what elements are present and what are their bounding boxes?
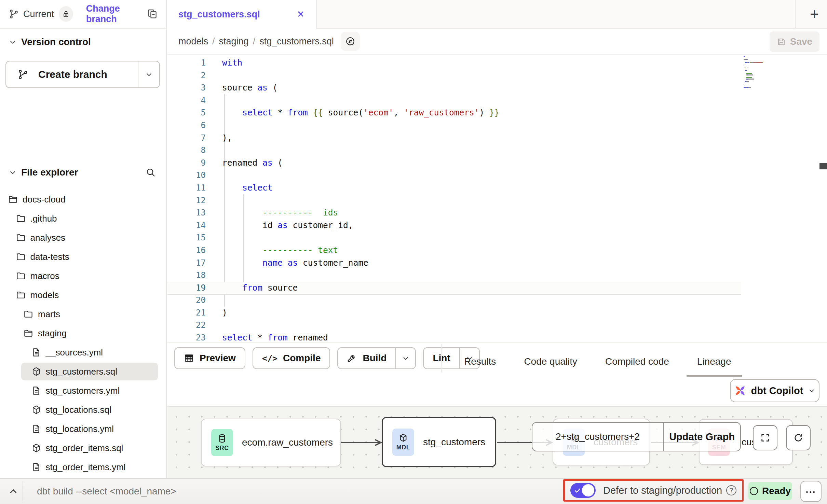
tab-results[interactable]: Results xyxy=(462,351,498,373)
compile-button-main[interactable]: </>Compile xyxy=(253,348,330,368)
code-line-18[interactable]: 18 xyxy=(167,269,827,282)
fullscreen-button[interactable] xyxy=(753,425,777,450)
code-line-13[interactable]: 13 ---------- ids xyxy=(167,207,827,219)
command-input[interactable]: dbt build --select <model_name> xyxy=(37,479,176,504)
tree-item-marts[interactable]: marts xyxy=(0,305,165,324)
copy-icon[interactable] xyxy=(147,9,158,19)
editor-header: models/staging/stg_customers.sql Save xyxy=(167,29,827,55)
tree-item--sources-yml[interactable]: __sources.yml xyxy=(0,343,165,362)
code-line-8[interactable]: 8 xyxy=(167,144,827,157)
build-button-main[interactable]: Build xyxy=(338,348,395,368)
tree-item-docs-cloud[interactable]: docs-cloud xyxy=(0,190,165,209)
tree-item-analyses[interactable]: analyses xyxy=(0,228,165,247)
code-line-11[interactable]: 11 select xyxy=(167,182,827,194)
preview-button[interactable]: Preview xyxy=(174,347,245,369)
tab-code-quality[interactable]: Code quality xyxy=(522,351,579,373)
ellipsis-icon: ... xyxy=(806,490,816,493)
code-line-5[interactable]: 5 select * from {{ source('ecom', 'raw_c… xyxy=(167,107,827,119)
code-line-3[interactable]: 3source as ( xyxy=(167,82,827,94)
compile-button[interactable]: </>Compile xyxy=(253,347,330,369)
more-options-button[interactable]: ... xyxy=(800,481,822,502)
search-icon[interactable] xyxy=(146,167,156,178)
tree-item-stg-locations-yml[interactable]: stg_locations.yml xyxy=(0,419,165,438)
tree-item--github[interactable]: .github xyxy=(0,209,165,228)
code-editor[interactable]: 1with23source as (45 select * from {{ so… xyxy=(167,55,827,342)
lineage-canvas[interactable]: SRC ecom.raw_customers MDL stg_customers… xyxy=(167,406,827,478)
open-in-lineage-button[interactable] xyxy=(341,32,360,51)
code-line-12[interactable]: 12 xyxy=(167,194,827,207)
code-line-10[interactable]: 10 xyxy=(167,169,827,182)
change-branch-link[interactable]: Change branch xyxy=(86,3,147,25)
tab-stg-customers-sql[interactable]: stg_customers.sql ✕ xyxy=(167,0,317,29)
create-branch-main[interactable]: Create branch xyxy=(6,61,138,87)
tree-item-stg-customers-sql[interactable]: stg_customers.sql xyxy=(0,362,165,381)
code-icon: </> xyxy=(262,353,277,363)
update-graph-button[interactable]: Update Graph xyxy=(664,423,740,451)
help-icon[interactable]: ? xyxy=(726,485,736,495)
tree-item-label: analyses xyxy=(30,233,66,243)
breadcrumb-part[interactable]: stg_customers.sql xyxy=(259,36,334,47)
code-text: ), xyxy=(206,132,232,144)
code-line-16[interactable]: 16 ---------- text xyxy=(167,244,827,257)
tree-item-macros[interactable]: macros xyxy=(0,266,165,285)
code-line-21[interactable]: 21) xyxy=(167,307,827,319)
file-explorer-header[interactable]: File explorer xyxy=(0,163,166,182)
lineage-node-stg-customers[interactable]: MDL stg_customers xyxy=(382,417,496,467)
close-tab-icon[interactable]: ✕ xyxy=(297,10,304,19)
code-line-6[interactable]: 6 xyxy=(167,119,827,132)
line-number: 7 xyxy=(167,132,206,144)
code-line-7[interactable]: 7), xyxy=(167,132,827,144)
create-branch-button[interactable]: Create branch xyxy=(5,61,160,88)
save-button[interactable]: Save xyxy=(770,31,819,52)
code-line-17[interactable]: 17 name as customer_name xyxy=(167,257,827,269)
editor-scrollbar-thumb[interactable] xyxy=(819,163,827,169)
folder-icon xyxy=(16,213,26,224)
code-line-22[interactable]: 22 xyxy=(167,319,827,332)
tree-item-data-tests[interactable]: data-tests xyxy=(0,247,165,266)
refresh-button[interactable] xyxy=(786,425,811,450)
create-branch-dropdown[interactable] xyxy=(138,61,159,87)
lineage-node-source[interactable]: SRC ecom.raw_customers xyxy=(201,419,341,466)
editor-minimap[interactable] xyxy=(744,56,784,89)
tree-item-staging[interactable]: staging xyxy=(0,324,165,343)
lint-button-main[interactable]: Lint xyxy=(424,348,459,368)
tree-item-label: macros xyxy=(30,271,59,281)
build-button[interactable]: Build xyxy=(337,347,416,369)
new-tab-button[interactable]: + xyxy=(802,0,827,28)
tree-item-stg-order-items-sql[interactable]: stg_order_items.sql xyxy=(0,438,165,458)
code-line-23[interactable]: 23select * from renamed xyxy=(167,332,827,342)
tree-item-stg-customers-yml[interactable]: stg_customers.yml xyxy=(0,381,165,400)
tab-lineage[interactable]: Lineage xyxy=(695,351,733,373)
code-line-14[interactable]: 14 id as customer_id, xyxy=(167,219,827,232)
code-line-4[interactable]: 4 xyxy=(167,94,827,107)
dbt-copilot-button[interactable]: dbt Copilot xyxy=(730,379,819,402)
preview-button-main[interactable]: Preview xyxy=(175,348,245,368)
code-line-20[interactable]: 20 xyxy=(167,294,827,307)
line-number: 23 xyxy=(167,332,206,342)
tree-item-stg-order-items-yml[interactable]: stg_order_items.yml xyxy=(0,458,165,477)
code-line-19[interactable]: 19 from source xyxy=(167,282,827,294)
status-label: Ready xyxy=(762,486,791,496)
folder-icon xyxy=(23,309,33,319)
folder-open-icon xyxy=(8,194,18,205)
code-line-1[interactable]: 1with xyxy=(167,57,827,69)
tree-item-models[interactable]: models xyxy=(0,285,165,305)
breadcrumb-part[interactable]: staging xyxy=(219,36,249,47)
status-bar: dbt build --select <model_name> Defer to… xyxy=(0,478,827,504)
tab-compiled-code[interactable]: Compiled code xyxy=(603,351,671,373)
code-text xyxy=(206,119,222,132)
bottom-panel-header: Preview</>CompileBuildLint ResultsCode q… xyxy=(167,342,827,406)
line-number: 17 xyxy=(167,257,206,269)
code-line-9[interactable]: 9renamed as ( xyxy=(167,157,827,169)
defer-toggle[interactable] xyxy=(570,483,596,498)
version-control-header[interactable]: Version control xyxy=(0,33,166,51)
code-line-15[interactable]: 15 xyxy=(167,232,827,244)
lineage-selector-input[interactable] xyxy=(532,423,663,451)
build-dropdown[interactable] xyxy=(395,348,415,368)
line-number: 18 xyxy=(167,269,206,282)
tree-item-stg-locations-sql[interactable]: stg_locations.sql xyxy=(0,400,165,419)
line-number: 1 xyxy=(167,57,206,69)
chevron-up-icon[interactable] xyxy=(8,486,19,497)
breadcrumb-part[interactable]: models xyxy=(178,36,208,47)
code-line-2[interactable]: 2 xyxy=(167,69,827,82)
